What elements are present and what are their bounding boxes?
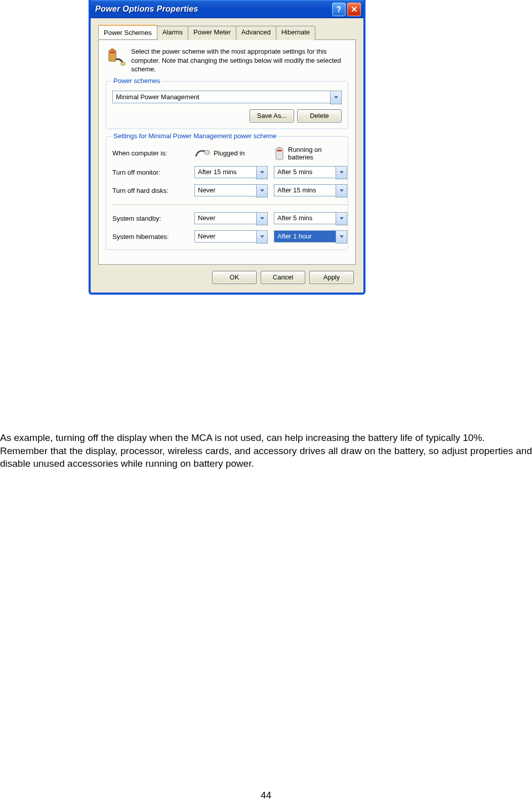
hibernate-battery-select[interactable]: After 1 hour (274, 230, 347, 244)
settings-grid: When computer is: Plugged in Running on (112, 146, 342, 244)
svg-rect-8 (278, 147, 281, 149)
scheme-select-value: Minimal Power Management (112, 91, 330, 103)
battery-plug-icon (106, 47, 126, 67)
svg-rect-5 (209, 151, 210, 152)
chevron-down-icon (340, 217, 344, 220)
chevron-down-icon (260, 171, 264, 174)
tab-panel: Select the power scheme with the most ap… (98, 39, 356, 265)
svg-rect-2 (110, 52, 115, 53)
chevron-down-icon (340, 171, 344, 174)
intro-text: Select the power scheme with the most ap… (131, 47, 348, 74)
tab-alarms[interactable]: Alarms (157, 26, 188, 40)
page-root: Power Options Properties ? ✕ Power Schem… (0, 0, 532, 810)
svg-rect-4 (204, 150, 209, 154)
hdd-battery-select[interactable]: After 15 mins (274, 184, 347, 197)
chevron-down-icon (260, 217, 264, 220)
apply-button[interactable]: Apply (309, 271, 354, 284)
svg-rect-1 (111, 49, 114, 51)
body-paragraph-2: Remember that the display, processor, wi… (0, 444, 532, 470)
scheme-button-row: Save As... Delete (112, 109, 342, 123)
scheme-select[interactable]: Minimal Power Management (112, 91, 342, 104)
dialog-button-row: OK Cancel Apply (98, 265, 356, 286)
system-standby-label: System standby: (112, 215, 188, 222)
window-title: Power Options Properties (95, 5, 198, 14)
dropdown-button[interactable] (336, 212, 347, 225)
plug-icon (194, 147, 211, 159)
monitor-plugged-select[interactable]: After 15 mins (194, 166, 268, 179)
settings-group: Settings for Minimal Power Management po… (106, 136, 348, 250)
hibernate-plugged-select[interactable]: Never (194, 230, 268, 244)
system-hibernates-label: System hibernates: (112, 233, 188, 240)
save-as-button[interactable]: Save As... (250, 109, 294, 123)
tab-power-meter[interactable]: Power Meter (188, 26, 236, 40)
dropdown-button[interactable] (336, 166, 347, 179)
body-paragraph-1: As example, turning off the display when… (0, 431, 532, 444)
hdd-plugged-select[interactable]: Never (194, 184, 268, 197)
dropdown-button[interactable] (336, 230, 347, 244)
close-button[interactable]: ✕ (347, 3, 361, 16)
chevron-down-icon (334, 96, 338, 99)
divider (112, 205, 347, 205)
tabstrip: Power Schemes Alarms Power Meter Advance… (98, 26, 356, 40)
chevron-down-icon (340, 235, 344, 238)
close-icon: ✕ (351, 5, 357, 14)
svg-rect-6 (209, 153, 210, 154)
help-button[interactable]: ? (332, 3, 346, 16)
scheme-select-dropdown-button[interactable] (330, 91, 342, 104)
dropdown-button[interactable] (256, 166, 268, 179)
chevron-down-icon (260, 235, 264, 238)
plugged-in-header: Plugged in (194, 147, 268, 159)
standby-plugged-select[interactable]: Never (194, 212, 268, 225)
intro-row: Select the power scheme with the most ap… (106, 47, 348, 74)
dropdown-button[interactable] (336, 184, 347, 197)
battery-icon (274, 146, 285, 160)
delete-button[interactable]: Delete (297, 109, 342, 123)
when-computer-is-label: When computer is: (112, 149, 188, 157)
titlebar[interactable]: Power Options Properties ? ✕ (90, 0, 364, 18)
page-number: 44 (0, 790, 532, 801)
tab-hibernate[interactable]: Hibernate (276, 26, 315, 40)
monitor-battery-select[interactable]: After 5 mins (274, 166, 347, 179)
cancel-button[interactable]: Cancel (261, 271, 305, 284)
svg-rect-9 (277, 150, 282, 151)
dropdown-button[interactable] (256, 212, 268, 225)
tab-power-schemes[interactable]: Power Schemes (98, 25, 157, 39)
power-schemes-group: Power schemes Minimal Power Management S… (106, 81, 348, 129)
dropdown-button[interactable] (256, 184, 268, 197)
ok-button[interactable]: OK (212, 271, 257, 284)
chevron-down-icon (340, 189, 344, 192)
turn-off-monitor-label: Turn off monitor: (112, 169, 188, 176)
power-schemes-group-title: Power schemes (111, 77, 162, 85)
titlebar-buttons: ? ✕ (332, 3, 361, 16)
body-text: As example, turning off the display when… (0, 431, 532, 470)
help-icon: ? (337, 5, 342, 14)
tab-advanced[interactable]: Advanced (236, 26, 276, 40)
svg-rect-3 (121, 62, 125, 65)
turn-off-hdd-label: Turn off hard disks: (112, 187, 188, 194)
settings-group-title: Settings for Minimal Power Management po… (111, 132, 278, 140)
dropdown-button[interactable] (256, 230, 268, 244)
standby-battery-select[interactable]: After 5 mins (274, 212, 347, 225)
power-options-dialog: Power Options Properties ? ✕ Power Schem… (89, 0, 365, 295)
battery-header: Running on batteries (274, 146, 347, 161)
chevron-down-icon (260, 189, 264, 192)
dialog-client-area: Power Schemes Alarms Power Meter Advance… (90, 18, 364, 293)
